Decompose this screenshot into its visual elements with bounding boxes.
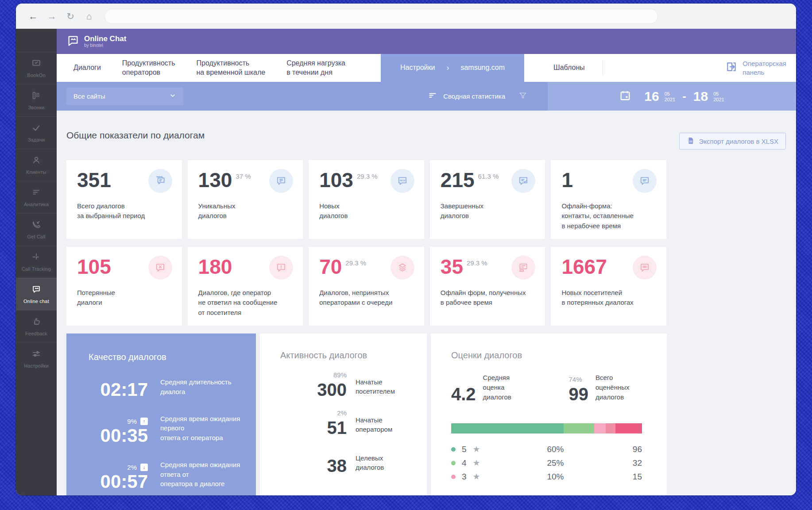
browser-window: ← → ↻ ⌂ BookOn Звонки Задачи Клиенты <box>16 4 796 495</box>
tab-settings-breadcrumb[interactable]: Настройки › samsung.com <box>381 54 524 82</box>
chat-lines-icon <box>269 169 293 193</box>
sidebar-item-label: BookOn <box>27 73 46 78</box>
main-column: Online Chat by binotel Диалоги Продуктив… <box>57 29 796 495</box>
stat-cards-grid: 351 Всего диалогов за выбранный период 1… <box>66 160 666 326</box>
page-title: Общие показатели по диалогам <box>66 130 205 141</box>
activity-row: 38 Целевых диалогов <box>280 447 402 475</box>
first-answer-wait-label: Средняя время ожидания первого ответа от… <box>160 414 244 445</box>
rating-count: 96 <box>611 445 642 454</box>
stat-card-queue-missed-dialogs: 7029.3 % Диалогов, непринятых операторам… <box>309 247 424 326</box>
date-separator: - <box>682 89 686 103</box>
operator-started-label: Начатые оператором <box>356 415 402 437</box>
avg-duration-label: Средняя длительность диалога <box>160 377 244 399</box>
activity-row: 89% 300 Начатые посетителем <box>280 371 402 399</box>
average-rating-label: Средняя оценка диалогов <box>483 373 526 403</box>
target-dialogs-label: Целевых диалогов <box>356 453 402 475</box>
ratings-bar-segment <box>615 423 642 433</box>
tab-operator-productivity[interactable]: Продуктивность операторов <box>112 54 186 82</box>
dialog-activity-panel: Активность диалогов 89% 300 Начатые посе… <box>260 334 427 495</box>
app-shell: BookOn Звонки Задачи Клиенты Аналитика G… <box>16 29 796 495</box>
total-rated-value: 99 <box>568 385 588 403</box>
trend-down-icon: ↓ <box>140 464 148 471</box>
first-answer-wait-value: 00:35 <box>89 426 148 445</box>
star-icon: ★ <box>473 458 480 468</box>
sidebar-item-analytics[interactable]: Аналитика <box>16 181 57 213</box>
svg-text:NEW: NEW <box>399 179 406 182</box>
back-icon[interactable]: ← <box>26 9 41 24</box>
thumb-up-icon <box>31 317 41 328</box>
sidebar-item-clients[interactable]: Клиенты <box>16 149 57 181</box>
forward-icon[interactable]: → <box>44 9 59 24</box>
activity-row: 2% 51 Начатые оператором <box>280 409 402 437</box>
tab-templates[interactable]: Шаблоны <box>536 54 603 82</box>
panel-title: Качество диалогов <box>89 352 244 362</box>
operator-panel-link[interactable]: Операторская панель <box>716 54 796 82</box>
sidebar-item-calls[interactable]: Звонки <box>16 84 57 116</box>
rating-stars-value: 5 <box>462 445 467 454</box>
bars-icon <box>31 188 41 199</box>
sidebar-item-settings[interactable]: Настройки <box>16 342 57 375</box>
summary-statistics-control[interactable]: Сводная статистика <box>428 91 505 101</box>
home-icon[interactable]: ⌂ <box>81 9 97 24</box>
stat-card-unanswered-dialogs: 180 Диалогов, где оператор не ответил на… <box>188 247 303 326</box>
refresh-icon[interactable]: ↻ <box>63 9 78 24</box>
export-xlsx-button[interactable]: Экспорт диалогов в XLSX <box>679 133 786 150</box>
average-rating-value: 4.2 <box>451 385 476 403</box>
quality-row: 9% ↑ 00:35 Средняя время ожидания первог… <box>89 414 244 445</box>
tab-timeline-productivity[interactable]: Продуктивность на временной шкале <box>186 54 276 82</box>
export-label: Экспорт диалогов в XLSX <box>699 138 778 145</box>
tab-dialogs[interactable]: Диалоги <box>63 54 112 82</box>
sidebar-item-bookon[interactable]: BookOn <box>16 52 57 84</box>
sidebar-spacer <box>16 29 57 52</box>
rating-count: 15 <box>611 472 642 482</box>
app-subtitle: by binotel <box>84 43 126 48</box>
rating-row: 4 ★ 25% 32 <box>451 456 642 470</box>
rating-percent: 25% <box>500 458 611 468</box>
filter-bar: Все сайты Сводная статистика 16 052021 <box>57 82 796 111</box>
sidebar-item-label: Звонки <box>28 105 45 110</box>
sidebar-item-label: Feedback <box>25 331 47 336</box>
sidebar-item-calltracking[interactable]: Call Tracking <box>16 245 57 278</box>
date-range-picker[interactable]: 16 052021 - 18 052021 <box>548 82 796 111</box>
answer-wait-label: Средняя время ожидания ответа от операто… <box>160 460 244 491</box>
dashboard-content: Общие показатели по диалогам Экспорт диа… <box>57 111 796 495</box>
xlsx-file-icon <box>687 137 695 146</box>
app-title: Online Chat <box>84 35 126 43</box>
date-from-day: 16 <box>644 89 659 104</box>
sidebar-item-label: Задачи <box>28 137 45 142</box>
filter-funnel-icon[interactable] <box>518 91 527 102</box>
rating-percent: 10% <box>500 472 611 482</box>
total-rated-percent: 74% <box>568 376 588 383</box>
incoming-call-icon <box>31 220 41 231</box>
date-to-day: 18 <box>693 89 708 104</box>
chat-smile-icon <box>31 284 41 296</box>
sidebar-item-tasks[interactable]: Задачи <box>16 116 57 149</box>
stat-card-unique-dialogs: 13037 % Уникальных диалогов <box>188 160 303 239</box>
app-header: Online Chat by binotel <box>57 29 796 54</box>
tab-bar: Диалоги Продуктивность операторов Продук… <box>57 54 796 82</box>
chat-check-icon <box>511 169 535 193</box>
sidebar-item-onlinechat[interactable]: Online chat <box>16 278 57 310</box>
chat-dots-icon <box>633 169 657 193</box>
sidebar-item-getcall[interactable]: Get Call <box>16 213 57 245</box>
url-bar[interactable] <box>104 9 658 24</box>
sites-dropdown[interactable]: Все сайты <box>66 88 183 105</box>
ratings-summary: 4.2 Средняя оценка диалогов 74% 99 Всего… <box>451 373 642 403</box>
date-from-monthyear: 052021 <box>665 90 675 102</box>
chevron-right-icon: › <box>446 63 449 73</box>
ratings-bar <box>451 423 642 433</box>
sidebar-item-label: Call Tracking <box>22 266 51 272</box>
ratings-breakdown: 5 ★ 60% 96 4 ★ <box>451 442 642 483</box>
bottom-panels: Качество диалогов 02:17 Средняя длительн… <box>66 334 666 495</box>
app-logo: Online Chat by binotel <box>66 34 126 49</box>
plus-target-icon <box>31 252 41 264</box>
ratings-bar-segment <box>564 423 594 433</box>
trend-up-icon: ↑ <box>140 418 148 425</box>
total-rated: 74% 99 Всего оценённых диалогов <box>568 373 642 403</box>
sidebar-item-label: Online chat <box>23 299 49 304</box>
sliders-icon <box>31 349 41 360</box>
calendar-icon <box>619 90 639 103</box>
star-icon: ★ <box>473 472 480 482</box>
sidebar-item-feedback[interactable]: Feedback <box>16 310 57 342</box>
tab-average-load[interactable]: Средняя нагрузка в течении дня <box>276 54 356 82</box>
